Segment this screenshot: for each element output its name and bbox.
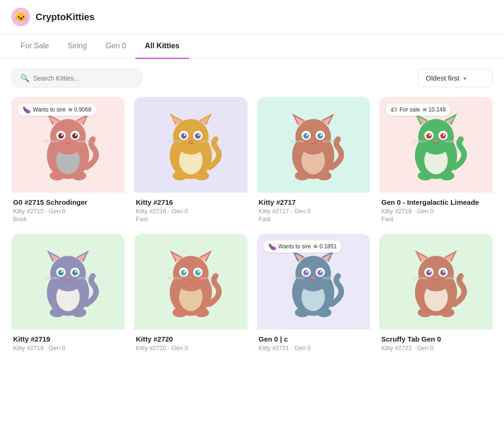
svg-point-76 <box>443 134 445 136</box>
svg-point-13 <box>66 140 70 142</box>
card-info: Kitty #2720 Kitty #2720 · Gen 0 <box>134 329 248 353</box>
card-info: Kitty #2717 Kitty #2717 · Gen 0 Fast <box>257 193 370 224</box>
svg-point-31 <box>184 134 186 136</box>
svg-point-139 <box>306 271 308 273</box>
kitty-subtitle: Kitty #2715 · Gen 0 <box>13 208 123 215</box>
svg-point-97 <box>66 277 70 279</box>
svg-point-58 <box>295 171 310 180</box>
badge-icon: 🏷 <box>391 106 397 113</box>
svg-point-117 <box>181 270 187 276</box>
app-header: 🐱 CryptoKitties <box>0 0 504 34</box>
svg-point-19 <box>71 171 86 180</box>
svg-point-74 <box>440 133 446 139</box>
svg-point-127 <box>194 308 209 317</box>
main-nav: For Sale Siring Gen 0 All Kitties <box>0 34 504 59</box>
svg-point-75 <box>429 134 431 136</box>
kitty-name: Kitty #2716 <box>136 198 246 206</box>
svg-point-137 <box>303 270 309 276</box>
card-image-area <box>134 234 248 329</box>
svg-point-22 <box>173 119 209 155</box>
svg-point-82 <box>418 171 433 180</box>
svg-point-96 <box>75 271 77 273</box>
kitty-illustration <box>153 106 228 183</box>
kitty-card[interactable]: Kitty #2719 Kitty #2719 · Gen 0 <box>11 234 125 353</box>
svg-point-118 <box>195 270 201 276</box>
svg-point-140 <box>320 271 322 273</box>
kitty-card[interactable]: Kitty #2720 Kitty #2720 · Gen 0 <box>134 234 248 353</box>
svg-point-52 <box>320 134 322 136</box>
search-box[interactable]: 🔍 <box>11 68 143 88</box>
svg-point-83 <box>439 171 454 180</box>
kitty-illustration <box>399 243 474 320</box>
kitty-card[interactable]: Kitty #2716 Kitty #2716 · Gen 0 Fast <box>134 97 248 224</box>
kitty-illustration <box>30 243 105 320</box>
kitty-card[interactable]: 🍆 Wants to sire ≋ 0.1851 <box>257 234 370 353</box>
badge-value: ≋ 0.9068 <box>68 106 91 113</box>
kitty-card[interactable]: 🏷 For sale ≋ 10.149 <box>379 97 493 224</box>
search-input[interactable] <box>33 74 134 82</box>
sort-label: Oldest first <box>426 74 459 82</box>
svg-point-166 <box>418 308 433 317</box>
svg-point-10 <box>72 133 78 139</box>
card-image-area <box>379 234 493 329</box>
kitty-badge: 🍆 Wants to sire ≋ 0.9068 <box>18 104 96 116</box>
kitty-card[interactable]: Scruffy Tab Gen 0 Kitty #2722 · Gen 0 <box>379 234 493 353</box>
kitty-name: Kitty #2719 <box>13 335 123 343</box>
svg-point-66 <box>418 119 454 155</box>
sort-dropdown[interactable]: Oldest first ▾ <box>418 69 493 87</box>
svg-point-77 <box>434 140 438 142</box>
svg-point-39 <box>194 171 209 180</box>
svg-point-73 <box>426 133 432 139</box>
svg-point-38 <box>173 171 188 180</box>
kitty-speed: Brisk <box>13 216 123 223</box>
svg-point-103 <box>71 308 86 317</box>
svg-point-50 <box>317 133 323 139</box>
kitty-subtitle: Kitty #2718 · Gen 0 <box>381 208 491 215</box>
svg-point-11 <box>61 134 63 136</box>
card-image-area <box>257 97 370 193</box>
app-logo: 🐱 <box>11 7 30 26</box>
svg-point-18 <box>50 171 65 180</box>
kitty-illustration <box>30 106 105 183</box>
svg-point-120 <box>198 271 200 273</box>
kitty-speed: Fast <box>136 216 246 223</box>
svg-point-159 <box>429 271 431 273</box>
svg-point-42 <box>295 119 331 155</box>
svg-point-102 <box>50 308 65 317</box>
kitty-subtitle: Kitty #2722 · Gen 0 <box>381 344 491 351</box>
toolbar: 🔍 Oldest first ▾ <box>0 59 504 97</box>
svg-point-126 <box>173 308 188 317</box>
svg-point-29 <box>181 133 187 139</box>
svg-point-150 <box>418 256 454 291</box>
svg-point-147 <box>316 308 331 317</box>
svg-point-110 <box>173 256 209 291</box>
svg-point-32 <box>198 134 200 136</box>
badge-text: For sale <box>399 106 420 113</box>
kitty-name: Kitty #2720 <box>136 335 246 343</box>
svg-point-12 <box>75 134 77 136</box>
kitty-badge: 🍆 Wants to sire ≋ 0.1851 <box>263 240 342 253</box>
kitty-card[interactable]: 🍆 Wants to sire ≋ 0.9068 <box>11 97 125 224</box>
svg-point-141 <box>311 277 315 279</box>
kitty-name: G0 #2715 Schrodinger <box>13 198 123 206</box>
nav-all-kitties[interactable]: All Kitties <box>135 34 189 59</box>
kitty-subtitle: Kitty #2717 · Gen 0 <box>259 208 369 215</box>
nav-for-sale[interactable]: For Sale <box>11 34 58 59</box>
svg-point-94 <box>72 270 78 276</box>
svg-point-121 <box>189 277 193 279</box>
nav-siring[interactable]: Siring <box>58 34 96 59</box>
card-info: Kitty #2716 Kitty #2716 · Gen 0 Fast <box>134 193 248 224</box>
svg-point-95 <box>61 271 63 273</box>
svg-point-130 <box>295 256 331 291</box>
badge-value: ≋ 0.1851 <box>313 243 337 250</box>
kitty-badge: 🏷 For sale ≋ 10.149 <box>386 104 450 116</box>
nav-gen0[interactable]: Gen 0 <box>96 34 135 59</box>
badge-text: Wants to sire <box>33 106 66 113</box>
svg-point-30 <box>195 133 201 139</box>
badge-icon: 🍆 <box>268 243 276 250</box>
svg-point-49 <box>303 133 309 139</box>
kitty-illustration <box>276 106 351 183</box>
kitty-speed: Fast <box>259 216 369 223</box>
kitty-card[interactable]: Kitty #2717 Kitty #2717 · Gen 0 Fast <box>257 97 370 224</box>
svg-point-93 <box>58 270 64 276</box>
